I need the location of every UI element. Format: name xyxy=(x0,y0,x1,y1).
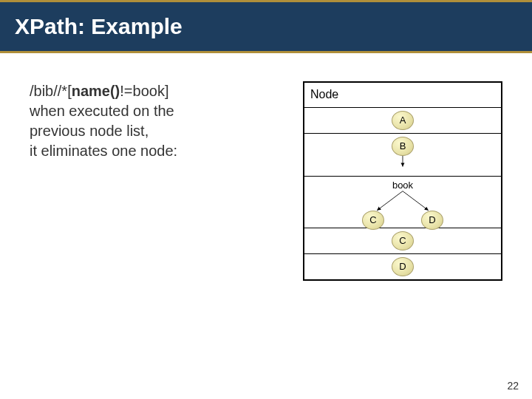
node-d: D xyxy=(421,211,443,230)
node-d2: D xyxy=(392,257,414,276)
tree-b: B xyxy=(310,137,495,173)
xpath-pre: /bib//*[ xyxy=(30,83,72,99)
table-header: Node xyxy=(304,82,502,107)
row-a-cell: A xyxy=(304,107,502,133)
label-book: book xyxy=(392,180,413,191)
tree-book: book C D xyxy=(310,180,495,225)
node-table-wrap: Node A B xyxy=(303,81,502,281)
descr-line3: it eliminates one node: xyxy=(30,141,266,161)
xpath-keyword: name() xyxy=(72,83,120,99)
title-bar: XPath: Example xyxy=(0,0,532,53)
xpath-post: !=book] xyxy=(120,83,168,99)
page-number: 22 xyxy=(507,380,519,392)
xpath-expression: /bib//*[name()!=book] xyxy=(30,81,266,101)
descr-line2: previous node list, xyxy=(30,121,266,141)
node-table: Node A B xyxy=(303,81,502,281)
slide: XPath: Example /bib//*[name()!=book] whe… xyxy=(0,0,532,399)
left-text: /bib//*[name()!=book] when executed on t… xyxy=(30,81,266,161)
row-b-cell: B xyxy=(304,133,502,176)
row-book-cell: book C D xyxy=(304,176,502,228)
row-d-cell: D xyxy=(304,253,502,280)
node-b: B xyxy=(392,137,414,156)
slide-title: XPath: Example xyxy=(15,14,183,39)
row-c-cell: C xyxy=(304,228,502,253)
svg-line-1 xyxy=(377,191,403,210)
content-area: /bib//*[name()!=book] when executed on t… xyxy=(30,81,502,161)
svg-line-2 xyxy=(403,191,429,210)
node-c: C xyxy=(362,211,384,230)
node-c2: C xyxy=(392,231,414,250)
node-a: A xyxy=(392,111,414,130)
descr-line1: when executed on the xyxy=(30,101,266,121)
